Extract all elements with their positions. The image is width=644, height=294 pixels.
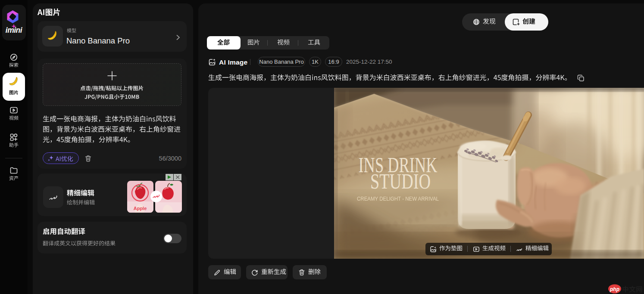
svg-text:php: php <box>610 286 619 292</box>
svg-text:Apple: Apple <box>134 206 147 211</box>
